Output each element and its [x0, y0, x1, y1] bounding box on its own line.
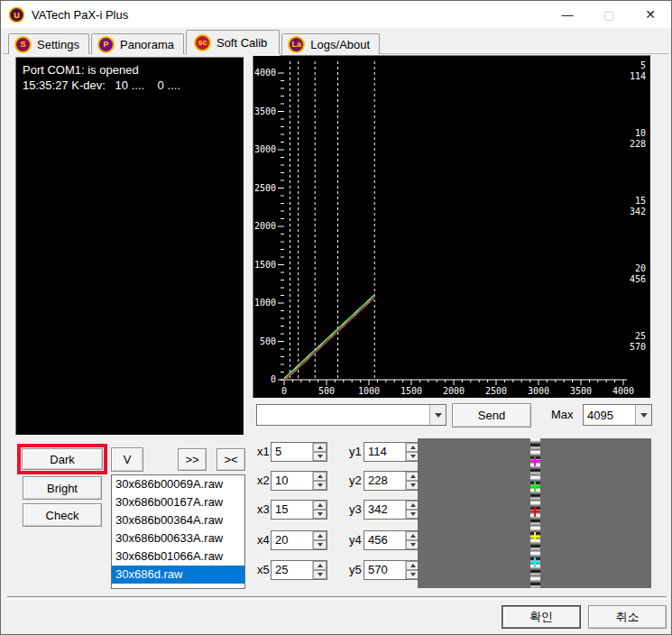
list-item[interactable]: 30x686b00633A.raw: [112, 529, 244, 548]
calibration-row: x525y5570: [256, 560, 415, 580]
P-badge-icon: P: [97, 36, 115, 53]
dark-button[interactable]: Dark: [22, 448, 103, 470]
y4-spinner-value: 456: [364, 531, 405, 549]
titlebar: U VATech PaX-i Plus — ▢ ✕: [1, 1, 671, 28]
list-item[interactable]: 30x686d.raw: [112, 566, 244, 584]
list-item[interactable]: 30x686b01066A.raw: [112, 548, 244, 566]
calibration-cross-icon: [530, 557, 540, 567]
cancel-button[interactable]: 취소: [588, 605, 667, 629]
check-button[interactable]: Check: [23, 503, 102, 527]
x5-label: x5: [257, 563, 270, 576]
chevron-down-icon[interactable]: [429, 405, 446, 425]
svg-text:1000: 1000: [358, 386, 380, 396]
spin-up-icon[interactable]: [313, 531, 327, 540]
spin-down-icon[interactable]: [313, 570, 327, 579]
calibration-chart: 0500100015002000250030003500400005001000…: [253, 55, 651, 399]
y1-spinner-value: 114: [364, 443, 405, 461]
svg-text:U: U: [14, 11, 20, 20]
forward-button[interactable]: >>: [178, 448, 207, 471]
svg-text:1000: 1000: [254, 298, 276, 308]
dark-highlight-frame: Dark: [17, 444, 107, 474]
sc-badge-icon: sc: [194, 34, 211, 51]
spin-down-icon[interactable]: [313, 452, 327, 461]
svg-text:20: 20: [635, 263, 646, 273]
svg-text:4000: 4000: [254, 68, 276, 78]
svg-text:570: 570: [630, 342, 646, 352]
raw-file-list[interactable]: 30x686b00069A.raw30x686b00167A.raw30x686…: [111, 474, 245, 589]
spin-down-icon[interactable]: [313, 540, 327, 549]
x5-spinner[interactable]: 25: [271, 560, 327, 580]
x4-spinner[interactable]: 20: [271, 530, 327, 550]
max-combobox-value: 4095: [584, 409, 635, 422]
x2-spinner[interactable]: 10: [271, 471, 327, 491]
calibration-row: x420y4456: [256, 530, 415, 550]
spin-up-icon[interactable]: [313, 472, 327, 481]
command-combobox[interactable]: [256, 404, 446, 426]
y5-label: y5: [349, 563, 362, 576]
v-button[interactable]: V: [111, 447, 143, 472]
x1-spinner[interactable]: 5: [271, 442, 327, 462]
spin-up-icon[interactable]: [313, 443, 327, 452]
tab-panorama[interactable]: PPanorama: [91, 33, 184, 54]
x3-spinner[interactable]: 15: [271, 500, 327, 520]
chart-canvas: 0500100015002000250030003500400005001000…: [253, 56, 650, 398]
bright-button[interactable]: Bright: [23, 476, 102, 500]
app-logo-icon: U: [9, 7, 24, 23]
x3-spinner-value: 15: [272, 501, 312, 519]
svg-text:342: 342: [630, 207, 646, 216]
x1-label: x1: [257, 445, 270, 458]
svg-text:3000: 3000: [528, 386, 549, 396]
x3-label: x3: [257, 502, 270, 516]
list-item[interactable]: 30x686b00364A.raw: [112, 511, 244, 529]
y1-label: y1: [349, 445, 362, 458]
window-controls: — ▢ ✕: [547, 1, 671, 28]
log-line: Port COM1: is opened: [23, 62, 244, 78]
svg-text:2500: 2500: [485, 386, 507, 396]
y5-spinner[interactable]: 570: [364, 560, 420, 580]
x1-spinner-value: 5: [272, 443, 312, 461]
svg-text:500: 500: [260, 336, 276, 346]
tab-soft-calib[interactable]: scSoft Calib: [186, 30, 280, 54]
chevron-down-icon[interactable]: [635, 405, 651, 425]
y1-spinner[interactable]: 114: [364, 442, 420, 462]
calibration-cross-icon: [530, 507, 540, 517]
minimize-button[interactable]: —: [547, 1, 588, 28]
La-badge-icon: La: [288, 36, 305, 53]
svg-text:0: 0: [271, 374, 276, 384]
close-button[interactable]: ✕: [630, 1, 671, 28]
x4-spinner-value: 20: [272, 531, 312, 549]
swap-button[interactable]: ><: [216, 448, 245, 471]
max-label: Max: [551, 408, 574, 421]
tab-logs-about[interactable]: LaLogs/About: [281, 33, 380, 54]
maximize-button[interactable]: ▢: [588, 1, 630, 28]
y2-spinner[interactable]: 228: [364, 471, 420, 491]
svg-text:228: 228: [630, 139, 646, 149]
tab-settings[interactable]: SSettings: [8, 33, 89, 54]
ok-button[interactable]: 확인: [502, 605, 581, 629]
y3-spinner[interactable]: 342: [364, 500, 420, 520]
max-combobox[interactable]: 4095: [583, 404, 652, 426]
footer-divider: [7, 596, 667, 600]
svg-text:3000: 3000: [254, 144, 276, 154]
list-item[interactable]: 30x686b00069A.raw: [112, 475, 244, 493]
x4-label: x4: [257, 533, 270, 547]
spin-down-icon[interactable]: [313, 481, 327, 490]
calibration-row: x210y2228: [256, 471, 415, 491]
svg-text:2000: 2000: [254, 221, 276, 231]
svg-text:3500: 3500: [570, 386, 592, 396]
tab-label: Panorama: [120, 38, 174, 51]
list-item[interactable]: 30x686b00167A.raw: [112, 493, 244, 511]
y3-label: y3: [349, 502, 362, 516]
y5-spinner-value: 570: [364, 561, 405, 579]
svg-text:2500: 2500: [254, 183, 276, 193]
spin-down-icon[interactable]: [313, 510, 327, 519]
spin-up-icon[interactable]: [313, 561, 327, 570]
send-button[interactable]: Send: [452, 403, 531, 428]
tab-label: Settings: [37, 38, 79, 51]
calibration-row: x315y3342: [256, 500, 415, 520]
spin-up-icon[interactable]: [313, 501, 327, 510]
svg-text:456: 456: [630, 274, 646, 284]
S-badge-icon: S: [14, 36, 32, 53]
y4-spinner[interactable]: 456: [364, 530, 420, 550]
svg-text:0: 0: [281, 386, 287, 396]
